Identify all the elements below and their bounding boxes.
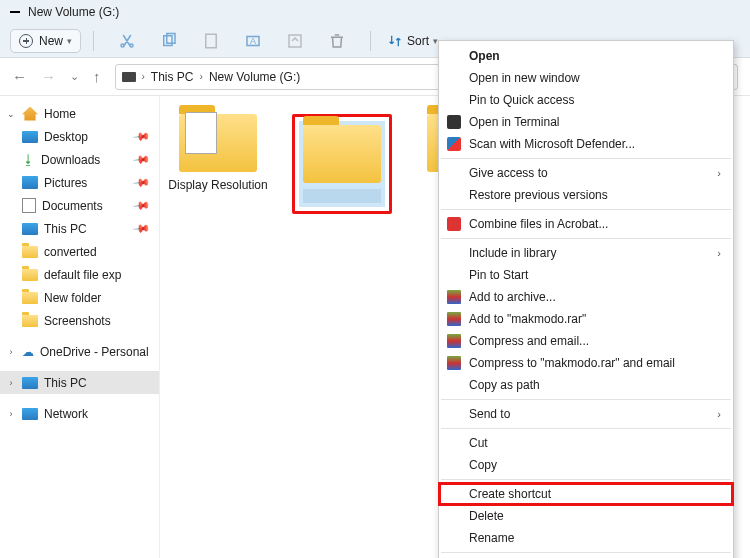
archive-icon [446,333,462,349]
cloud-icon: ☁ [22,345,34,359]
drive-icon [122,72,136,82]
chevron-right-icon[interactable]: › [6,378,16,388]
folder-icon [22,269,38,281]
folder-icon [22,315,38,327]
pin-icon: 📌 [132,127,151,146]
ctx-compress-email[interactable]: Compress and email... [439,330,733,352]
sidebar-item-downloads[interactable]: ⭳Downloads📌 [0,148,159,171]
ctx-copy[interactable]: Copy [439,454,733,476]
ctx-acrobat[interactable]: Combine files in Acrobat... [439,213,733,235]
separator [441,238,731,239]
ctx-include-library[interactable]: Include in library› [439,242,733,264]
sort-label: Sort [407,34,429,48]
folder-icon [22,246,38,258]
folder-icon [303,125,381,183]
sidebar-network[interactable]: ›Network [0,402,159,425]
sidebar-label: Desktop [44,130,88,144]
folder-item[interactable]: Display Resolution [168,114,268,192]
cut-icon[interactable] [118,32,136,50]
chevron-right-icon: › [717,167,721,179]
ctx-defender[interactable]: Scan with Microsoft Defender... [439,133,733,155]
ctx-open-new-window[interactable]: Open in new window [439,67,733,89]
sidebar-home[interactable]: ⌄Home [0,102,159,125]
sidebar-item-pictures[interactable]: Pictures📌 [0,171,159,194]
chevron-down-icon[interactable]: ⌄ [6,109,16,119]
ctx-open[interactable]: Open [439,45,733,67]
crumb-volume[interactable]: New Volume (G:) [209,70,300,84]
sidebar-label: This PC [44,222,87,236]
new-button[interactable]: New ▾ [10,29,81,53]
sidebar-label: converted [44,245,97,259]
folder-icon [22,292,38,304]
svg-rect-2 [206,34,217,48]
context-menu: Open Open in new window Pin to Quick acc… [438,40,734,558]
sort-icon [387,33,403,49]
sidebar-label: New folder [44,291,101,305]
forward-button[interactable]: → [41,68,56,85]
chevron-right-icon[interactable]: › [6,347,16,357]
sidebar-item-folder[interactable]: default file exp [0,263,159,286]
separator [370,31,371,51]
rename-icon[interactable]: A [244,32,262,50]
separator [441,428,731,429]
documents-icon [22,198,36,213]
archive-icon [446,289,462,305]
up-button[interactable]: ↑ [93,68,101,85]
share-icon[interactable] [286,32,304,50]
ctx-create-shortcut[interactable]: Create shortcut [439,483,733,505]
network-icon [22,408,38,420]
delete-icon[interactable] [328,32,346,50]
folder-item-selected[interactable] [292,114,392,214]
sort-button[interactable]: Sort ▾ [387,33,438,49]
chevron-right-icon: › [200,71,203,82]
pin-icon: 📌 [132,173,151,192]
archive-icon [446,355,462,371]
crumb-pc[interactable]: This PC [151,70,194,84]
home-icon [22,107,38,121]
sidebar-item-folder[interactable]: converted [0,240,159,263]
ctx-compress-rar-email[interactable]: Compress to "makmodo.rar" and email [439,352,733,374]
copy-icon[interactable] [160,32,178,50]
chevron-right-icon: › [717,408,721,420]
ctx-pin-quick[interactable]: Pin to Quick access [439,89,733,111]
ctx-cut[interactable]: Cut [439,432,733,454]
chevron-right-icon: › [717,247,721,259]
pc-icon [22,223,38,235]
ctx-give-access[interactable]: Give access to› [439,162,733,184]
pin-icon: 📌 [132,150,151,169]
sidebar-onedrive[interactable]: ›☁OneDrive - Personal [0,340,159,363]
pin-icon: 📌 [132,196,151,215]
desktop-icon [22,131,38,143]
ctx-rename[interactable]: Rename [439,527,733,549]
ctx-restore[interactable]: Restore previous versions [439,184,733,206]
sidebar-item-desktop[interactable]: Desktop📌 [0,125,159,148]
back-button[interactable]: ← [12,68,27,85]
pictures-icon [22,176,38,189]
sidebar-label: Downloads [41,153,100,167]
sidebar-item-folder[interactable]: Screenshots [0,309,159,332]
ctx-add-archive[interactable]: Add to archive... [439,286,733,308]
sidebar-thispc[interactable]: ›This PC [0,371,159,394]
recent-button[interactable]: ⌄ [70,70,79,83]
chevron-right-icon: › [142,71,145,82]
folder-label [303,189,381,203]
ctx-delete[interactable]: Delete [439,505,733,527]
title-bar: New Volume (G:) [0,0,750,24]
chevron-right-icon[interactable]: › [6,409,16,419]
paste-icon[interactable] [202,32,220,50]
ctx-add-rar[interactable]: Add to "makmodo.rar" [439,308,733,330]
separator [441,209,731,210]
ctx-pin-start[interactable]: Pin to Start [439,264,733,286]
sidebar-item-documents[interactable]: Documents📌 [0,194,159,217]
archive-icon [446,311,462,327]
folder-label: Display Resolution [168,178,268,192]
sidebar-label: Home [44,107,76,121]
ctx-copy-path[interactable]: Copy as path [439,374,733,396]
ctx-terminal[interactable]: Open in Terminal [439,111,733,133]
pc-icon [22,377,38,389]
sidebar-item-folder[interactable]: New folder [0,286,159,309]
svg-rect-5 [289,35,301,47]
sidebar-label: default file exp [44,268,121,282]
sidebar-item-thispc[interactable]: This PC📌 [0,217,159,240]
ctx-send-to[interactable]: Send to› [439,403,733,425]
